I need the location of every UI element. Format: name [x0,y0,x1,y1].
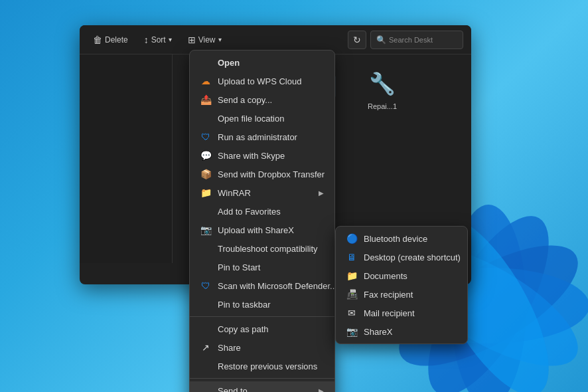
skype-icon: 💬 [200,150,211,161]
menu-label-share: Share [218,343,241,353]
restore-icon [200,361,211,371]
send-to-submenu: 🔵 Bluetooth device 🖥 Desktop (create sho… [335,226,468,344]
menu-item-upload-sharex[interactable]: 📷 Upload with ShareX [190,221,334,239]
menu-item-dropbox[interactable]: 📦 Send with Dropbox Transfer [190,165,334,183]
submenu-label-mail: Mail recipient [364,308,415,318]
separator-1 [190,316,334,317]
menu-item-run-admin[interactable]: 🛡 Run as administrator [190,128,334,146]
view-chevron-icon: ▾ [218,36,222,43]
sort-button[interactable]: ↕ Sort ▾ [139,32,177,48]
documents-icon: 📁 [346,270,357,281]
repair-icon: 🔧 [366,68,398,100]
menu-label-upload-wps: Upload to WPS Cloud [218,76,301,86]
submenu-item-mail[interactable]: ✉ Mail recipient [336,304,467,322]
menu-label-share-skype: Share with Skype [218,151,285,161]
menu-item-open[interactable]: Open [190,53,334,72]
copy-path-icon [200,324,211,334]
menu-item-pin-start[interactable]: Pin to Start [190,258,334,276]
delete-button[interactable]: 🗑 Delete [88,32,133,48]
pin-taskbar-icon [200,299,211,310]
menu-label-troubleshoot: Troubleshoot compatibility [218,244,318,254]
menu-label-restore-versions: Restore previous versions [218,361,317,371]
menu-label-send-copy: Send a copy... [218,95,272,105]
refresh-button[interactable]: ↻ [348,31,366,49]
menu-item-add-favorites[interactable]: Add to Favorites [190,202,334,221]
menu-item-scan-defender[interactable]: 🛡 Scan with Microsoft Defender... [190,276,334,295]
search-box[interactable]: 🔍 Search Deskt [370,31,463,49]
winrar-arrow-icon: ▶ [319,189,324,197]
sort-label: Sort [151,35,166,45]
menu-label-copy-path: Copy as path [218,324,269,334]
sort-chevron-icon: ▾ [169,36,172,43]
view-icon: ⊞ [188,35,196,45]
defender-icon: 🛡 [200,280,211,291]
search-text: Search Deskt [389,36,433,44]
submenu-label-bluetooth: Bluetooth device [364,234,427,244]
favorites-icon [200,206,211,217]
submenu-item-bluetooth[interactable]: 🔵 Bluetooth device [336,229,467,248]
menu-item-share[interactable]: ↗ Share [190,338,334,357]
mail-icon: ✉ [346,308,357,318]
submenu-item-desktop[interactable]: 🖥 Desktop (create shortcut) [336,248,467,266]
dropbox-icon: 📦 [200,169,211,179]
bluetooth-icon: 🔵 [346,233,357,244]
menu-item-send-to[interactable]: Send to ▶ [190,381,334,392]
separator-2 [190,378,334,379]
search-icon: 🔍 [376,35,386,45]
fax-icon: 📠 [346,289,357,300]
menu-item-upload-wps[interactable]: ☁ Upload to WPS Cloud [190,72,334,90]
menu-label-scan-defender: Scan with Microsoft Defender... [218,281,337,291]
submenu-label-sharex: ShareX [364,327,392,337]
view-button[interactable]: ⊞ View ▾ [183,32,227,48]
menu-item-winrar[interactable]: 📁 WinRAR ▶ [190,183,334,202]
submenu-label-documents: Documents [364,271,407,281]
menu-item-send-copy[interactable]: 📤 Send a copy... [190,90,334,109]
pin-start-icon [200,262,211,272]
send-copy-icon: 📤 [200,94,211,105]
wps-icon: ☁ [200,76,211,86]
menu-item-open-location[interactable]: Open file location [190,109,334,128]
sharex-submenu-icon: 📷 [346,326,357,337]
menu-label-add-favorites: Add to Favorites [218,207,281,217]
sharex-upload-icon: 📷 [200,225,211,235]
menu-label-pin-start: Pin to Start [218,262,260,272]
sidebar [80,54,173,263]
submenu-item-documents[interactable]: 📁 Documents [336,266,467,285]
context-menu: Open ☁ Upload to WPS Cloud 📤 Send a copy… [189,50,335,392]
file-item-repair[interactable]: 🔧 Repai...1 [358,65,406,113]
menu-item-share-skype[interactable]: 💬 Share with Skype [190,146,334,165]
menu-label-dropbox: Send with Dropbox Transfer [218,169,325,179]
menu-label-send-to: Send to [218,386,248,393]
send-to-icon [200,385,211,392]
menu-label-winrar: WinRAR [218,188,251,198]
view-label: View [198,35,216,45]
submenu-item-fax[interactable]: 📠 Fax recipient [336,285,467,304]
share-icon: ↗ [200,342,211,353]
submenu-label-desktop: Desktop (create shortcut) [364,252,461,262]
delete-label: Delete [105,35,128,45]
sort-icon: ↕ [144,35,149,45]
open-icon [200,57,211,68]
delete-icon: 🗑 [93,35,102,45]
menu-label-run-admin: Run as administrator [218,132,297,142]
menu-item-pin-taskbar[interactable]: Pin to taskbar [190,295,334,314]
menu-item-copy-path[interactable]: Copy as path [190,320,334,338]
menu-label-open: Open [218,58,240,68]
menu-label-pin-taskbar: Pin to taskbar [218,300,271,310]
menu-label-open-location: Open file location [218,114,284,124]
submenu-label-fax: Fax recipient [364,290,413,300]
menu-label-upload-sharex: Upload with ShareX [218,225,294,235]
menu-item-restore-versions[interactable]: Restore previous versions [190,357,334,375]
run-admin-icon: 🛡 [200,132,211,142]
file-label-repair: Repai...1 [368,102,397,110]
open-location-icon [200,113,211,124]
submenu-item-sharex[interactable]: 📷 ShareX [336,322,467,341]
winrar-icon: 📁 [200,187,211,198]
menu-item-troubleshoot[interactable]: Troubleshoot compatibility [190,239,334,258]
send-to-arrow-icon: ▶ [319,387,324,393]
desktop-icon: 🖥 [346,252,357,262]
troubleshoot-icon [200,243,211,254]
